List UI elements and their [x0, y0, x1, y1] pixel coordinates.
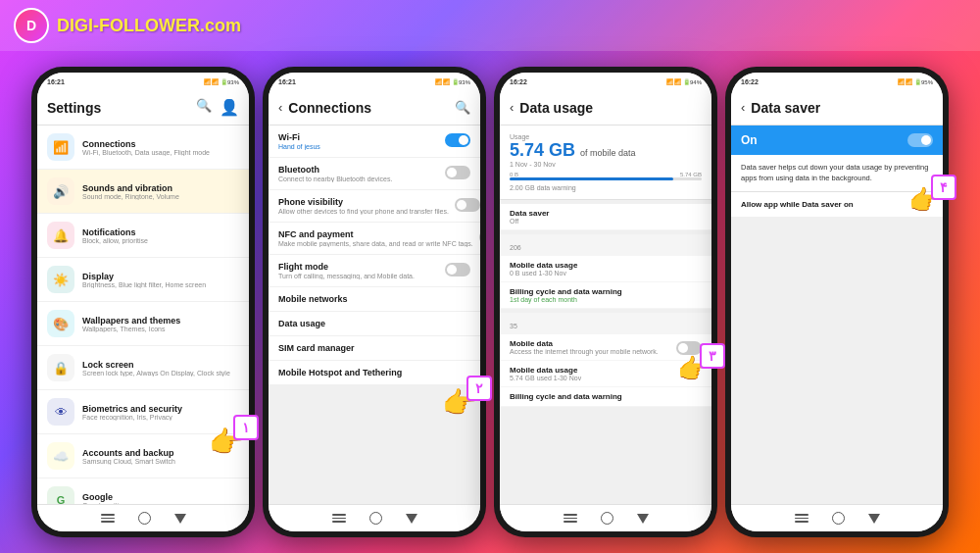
phones-container: 16:21 📶 📶 🔋93% Settings 🔍 👤: [0, 51, 980, 553]
sounds-sub: Sound mode, Ringtone, Volume: [82, 193, 239, 200]
visibility-title: Phone visibility: [278, 197, 449, 207]
connections-bluetooth[interactable]: Bluetooth Connect to nearby Bluetooth de…: [269, 158, 480, 190]
progress-container: 0 B 5.74 GB: [510, 172, 702, 180]
avatar-icon[interactable]: 👤: [220, 98, 239, 117]
mobile-data-usage-row[interactable]: Mobile data usage 0 B used 1-30 Nov: [500, 256, 711, 282]
home-icon-2[interactable]: [369, 512, 382, 525]
visibility-sub: Allow other devices to find your phone a…: [278, 208, 449, 215]
flight-title: Flight mode: [278, 262, 439, 272]
connections-hotspot[interactable]: Mobile Hotspot and Tethering: [269, 361, 480, 385]
phone-1-app-bar: Settings 🔍 👤: [37, 90, 249, 126]
home-icon[interactable]: [138, 512, 151, 525]
phone-1-hand-overlay: 👉 ۱: [209, 425, 245, 459]
phone-2-screen: 16:21 📶 📶 🔋93% ‹ Connections 🔍: [269, 73, 480, 531]
connections-visibility[interactable]: Phone visibility Allow other devices to …: [269, 190, 480, 223]
back-icon-2[interactable]: [406, 514, 417, 524]
billing-cycle-sub: 1st day of each month: [510, 296, 622, 303]
connections-mobile-networks[interactable]: Mobile networks: [269, 287, 480, 312]
home-icon-3[interactable]: [601, 512, 613, 525]
phone-3-wrapper: 16:22 📶 📶 🔋94% ‹ Data usage Usage 5.74 G…: [494, 67, 717, 537]
phone-3-app-bar: ‹ Data usage: [500, 90, 711, 126]
phone-3-title: Data usage: [519, 100, 702, 116]
phone-1-title: Settings: [47, 100, 196, 116]
bluetooth-title: Bluetooth: [278, 165, 439, 175]
mobile-data-usage-title: Mobile data usage: [510, 261, 577, 270]
phone-3-hand-overlay: 👉 ۳: [677, 353, 711, 385]
settings-item-sounds[interactable]: 🔊 Sounds and vibration Sound mode, Ringt…: [37, 170, 249, 214]
data-saver-row-sub: Off: [510, 218, 549, 225]
billing-cycle-row[interactable]: Billing cycle and data warning 1st day o…: [500, 282, 711, 309]
back-arrow-2[interactable]: ‹: [278, 100, 282, 115]
back-arrow-3[interactable]: ‹: [510, 100, 514, 115]
back-arrow-4[interactable]: ‹: [741, 100, 745, 115]
search-icon-2[interactable]: 🔍: [455, 100, 470, 115]
badge-3: ۳: [700, 343, 725, 369]
back-icon-4[interactable]: [868, 514, 880, 524]
menu-icon-4: [795, 514, 808, 523]
settings-item-lock[interactable]: 🔒 Lock screen Screen lock type, Always O…: [37, 346, 249, 390]
back-icon-3[interactable]: [637, 514, 649, 524]
phone-1-screen: 16:21 📶 📶 🔋93% Settings 🔍 👤: [37, 73, 249, 531]
notifications-title: Notifications: [82, 227, 239, 237]
phone-4-status-icons: 📶 📶 🔋95%: [898, 78, 933, 85]
connections-sim[interactable]: SIM card manager: [269, 336, 480, 361]
phone-2-app-icons: 🔍: [455, 100, 470, 115]
connections-data-usage[interactable]: Data usage: [269, 312, 480, 336]
phone-1-time: 16:21: [47, 78, 65, 85]
nfc-toggle[interactable]: [479, 230, 480, 244]
progress-end: 5.74 GB: [680, 172, 702, 177]
logo-letter: D: [26, 18, 36, 33]
billing-cycle-title2: Billing cycle and data warning: [510, 392, 622, 401]
mobile-data-usage-title2: Mobile data usage: [510, 366, 581, 375]
visibility-toggle[interactable]: [455, 198, 480, 212]
lock-title: Lock screen: [82, 360, 239, 370]
connections-wifi[interactable]: Wi-Fi Hand of jesus: [269, 126, 480, 158]
settings-item-wallpapers[interactable]: 🎨 Wallpapers and themes Wallpapers, Them…: [37, 302, 249, 346]
usage-suffix: of mobile data: [580, 148, 636, 158]
phone-3-frame: 16:22 📶 📶 🔋94% ‹ Data usage Usage 5.74 G…: [494, 67, 717, 537]
phone-4-status-bar: 16:22 📶 📶 🔋95%: [731, 73, 943, 90]
phone-4-app-bar: ‹ Data saver: [731, 90, 943, 126]
home-icon-4[interactable]: [832, 512, 845, 525]
display-sub: Brightness, Blue light filter, Home scre…: [82, 281, 239, 288]
mobile-data-title: Mobile data: [510, 339, 670, 348]
connections-flight[interactable]: Flight mode Turn off calling, messaging,…: [269, 255, 480, 287]
settings-item-google[interactable]: G Google Google settings: [37, 478, 249, 504]
settings-item-notifications[interactable]: 🔔 Notifications Block, allow, prioritise: [37, 214, 249, 258]
phone-3-time: 16:22: [510, 78, 527, 85]
wifi-toggle[interactable]: [445, 133, 470, 147]
data-saver-row-title: Data saver: [510, 209, 549, 218]
settings-item-display[interactable]: ☀️ Display Brightness, Blue light filter…: [37, 258, 249, 302]
connections-icon: 📶: [47, 133, 74, 161]
data-warning: 2.00 GB data warning: [510, 184, 702, 191]
hotspot-title: Mobile Hotspot and Tethering: [278, 368, 470, 377]
nfc-title: NFC and payment: [278, 229, 473, 239]
bluetooth-toggle[interactable]: [445, 166, 470, 179]
usage-date: 1 Nov - 30 Nov: [510, 161, 702, 168]
data-saver-toggle[interactable]: [907, 133, 933, 147]
connections-list: Wi-Fi Hand of jesus Bluetooth Connect to…: [269, 126, 480, 385]
phone-1-status-icons: 📶 📶 🔋93%: [204, 78, 239, 85]
phone-1-status-bar: 16:21 📶 📶 🔋93%: [37, 73, 249, 90]
connections-nfc[interactable]: NFC and payment Make mobile payments, sh…: [269, 223, 480, 255]
search-icon[interactable]: 🔍: [196, 98, 212, 117]
notifications-icon: 🔔: [47, 222, 74, 249]
wifi-title: Wi-Fi: [278, 132, 439, 142]
bluetooth-sub: Connect to nearby Bluetooth devices.: [278, 176, 439, 182]
mobile-networks-title: Mobile networks: [278, 294, 470, 304]
back-icon[interactable]: [174, 514, 186, 524]
data-saver-row[interactable]: Data saver Off: [500, 204, 711, 230]
badge-1: ۱: [233, 415, 259, 440]
phone-4-wrapper: 16:22 📶 📶 🔋95% ‹ Data saver On: [725, 67, 949, 537]
settings-item-connections[interactable]: 📶 Connections Wi-Fi, Bluetooth, Data usa…: [37, 126, 249, 170]
billing-cycle-row2[interactable]: Billing cycle and data warning: [500, 387, 711, 407]
progress-track: [510, 177, 702, 180]
logo-circle: D: [14, 8, 49, 43]
biometrics-title: Biometrics and security: [82, 404, 239, 414]
flight-toggle[interactable]: [445, 263, 470, 276]
phone-1-frame: 16:21 📶 📶 🔋93% Settings 🔍 👤: [31, 67, 255, 537]
phone-2-hand-overlay: 👉 ۲: [442, 385, 478, 420]
phone-3-status-bar: 16:22 📶 📶 🔋94%: [500, 73, 711, 90]
sounds-icon: 🔊: [47, 177, 74, 205]
display-icon: ☀️: [47, 266, 74, 293]
